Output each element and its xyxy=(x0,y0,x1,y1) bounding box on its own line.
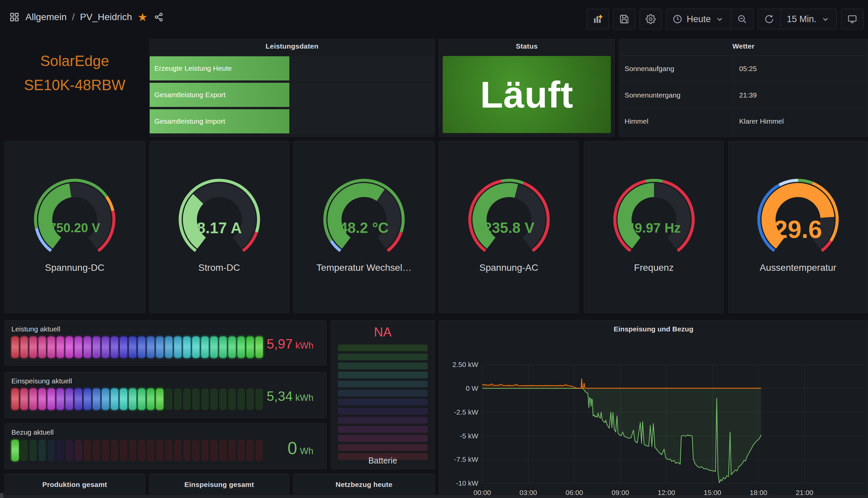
einspeisung-aktuell-panel: Einspeisung aktuell 5,34kWh xyxy=(4,372,326,418)
svg-text:2.50 kW: 2.50 kW xyxy=(452,361,478,368)
led-cell xyxy=(256,337,263,358)
chevron-down-icon xyxy=(715,14,725,24)
panel-title[interactable]: Leistungsdaten xyxy=(150,39,434,53)
svg-text:-7.5 kW: -7.5 kW xyxy=(454,456,478,463)
svg-text:49.97 Hz: 49.97 Hz xyxy=(627,221,680,235)
led-cell xyxy=(210,440,218,461)
settings-gear-button[interactable] xyxy=(640,9,662,29)
led-cell xyxy=(66,337,73,358)
gauge-aussentemperatur: 29.6 xyxy=(748,178,848,258)
battery-bar xyxy=(338,372,428,378)
battery-bar xyxy=(338,399,428,406)
led-cell xyxy=(174,440,181,461)
led-cell xyxy=(29,440,37,461)
led-cell xyxy=(246,337,254,358)
netzbezug-heute-panel: Netzbezug heute xyxy=(293,473,435,498)
led-cell xyxy=(156,440,163,461)
gauge-panel-frequenz: 49.97 Hz Frequenz xyxy=(584,141,724,313)
breadcrumb-separator: / xyxy=(72,12,75,23)
led-cell xyxy=(66,440,73,461)
gauge-spannung-dc: 750.20 V xyxy=(25,178,125,258)
led-cell xyxy=(48,337,55,358)
time-range-label: Heute xyxy=(687,14,710,25)
apps-grid-icon[interactable] xyxy=(9,11,20,23)
led-value: 0Wh xyxy=(288,438,313,458)
breadcrumb-dashboard[interactable]: PV_Heidrich xyxy=(80,12,132,23)
battery-bar xyxy=(338,363,428,369)
gauge-title: Temperatur Wechsel… xyxy=(316,262,411,273)
time-range-picker: Heute xyxy=(666,9,754,29)
value-cell xyxy=(289,83,435,107)
timeseries-chart: 2.50 kW0 W-2.5 kW-5 kW-7.5 kW-10 kW00:00… xyxy=(439,320,868,498)
favorite-star-icon[interactable]: ★ xyxy=(137,11,147,23)
svg-text:48.2 °C: 48.2 °C xyxy=(339,220,389,236)
add-panel-button[interactable] xyxy=(587,9,609,29)
led-cell xyxy=(219,389,227,410)
kiosk-mode-button[interactable] xyxy=(841,9,863,29)
gauge-panel-spannung-ac: 235.8 V Spannung-AC xyxy=(439,141,579,313)
header-bar: Allgemein / PV_Heidrich ★ xyxy=(0,0,868,37)
led-cell xyxy=(120,337,127,358)
refresh-interval-label: 15 Min. xyxy=(787,14,816,25)
led-cell xyxy=(120,389,127,410)
wetter-table: Sonnenaufgang 05:25 Sonnenuntergang 21:3… xyxy=(619,55,868,134)
led-cell xyxy=(156,389,163,410)
led-cell xyxy=(246,389,254,410)
led-cell xyxy=(147,389,154,410)
led-cell xyxy=(84,389,91,410)
row-value: Klarer Himmel xyxy=(733,108,868,134)
led-cell xyxy=(75,440,82,461)
panel-title[interactable]: Produktion gesamt xyxy=(5,474,145,495)
save-dashboard-button[interactable] xyxy=(613,9,635,29)
led-cell xyxy=(256,440,263,461)
horizontal-scrollbar[interactable] xyxy=(0,495,868,498)
panel-title[interactable]: Einspeisung aktuell xyxy=(11,377,72,385)
panel-title[interactable]: Einspeisung gesamt xyxy=(150,474,289,495)
panel-title[interactable]: Bezug aktuell xyxy=(11,428,54,436)
battery-bar xyxy=(338,354,428,360)
led-cell xyxy=(29,389,37,410)
led-cell xyxy=(57,440,64,461)
breadcrumb-section[interactable]: Allgemein xyxy=(25,12,67,23)
gauge-temperatur: 48.2 °C xyxy=(314,178,414,258)
row-label: Sonnenaufgang xyxy=(619,65,733,73)
panel-title[interactable]: Wetter xyxy=(619,39,868,53)
svg-text:8.17 A: 8.17 A xyxy=(197,219,242,237)
led-cell xyxy=(147,440,154,461)
led-value: 5,97kWh xyxy=(267,337,313,352)
led-cell xyxy=(138,440,145,461)
time-range-button[interactable]: Heute xyxy=(666,9,731,29)
battery-label: Batterie xyxy=(331,456,434,466)
svg-text:-10 kW: -10 kW xyxy=(456,479,478,487)
led-bar-gauge xyxy=(11,389,263,410)
battery-bar xyxy=(338,417,428,423)
share-icon[interactable] xyxy=(153,11,164,23)
led-cell xyxy=(29,337,37,358)
refresh-button[interactable] xyxy=(758,9,780,29)
led-cell xyxy=(11,337,19,358)
dashboard: Allgemein / PV_Heidrich ★ xyxy=(0,0,868,498)
table-row: Sonnenaufgang 05:25 xyxy=(619,55,868,82)
wetter-panel: Wetter Sonnenaufgang 05:25 Sonnenunterga… xyxy=(619,39,868,137)
panel-title[interactable]: Leistung aktuell xyxy=(11,325,60,333)
gradient-cell: Gesamtleistung Export xyxy=(150,83,289,107)
leistungsdaten-panel: Leistungsdaten Erzeugte Leistung Heute G… xyxy=(149,39,435,137)
zoom-out-button[interactable] xyxy=(731,9,753,29)
panel-title[interactable]: Status xyxy=(439,39,614,53)
battery-bar xyxy=(338,390,428,396)
led-cell xyxy=(201,389,209,410)
led-cell xyxy=(147,337,154,358)
panel-title[interactable]: Netzbezug heute xyxy=(294,474,434,495)
led-cell xyxy=(21,389,28,410)
led-cell xyxy=(11,440,19,461)
row-value: 21:39 xyxy=(733,82,868,108)
refresh-interval-button[interactable]: 15 Min. xyxy=(780,9,837,29)
led-cell xyxy=(246,440,254,461)
led-cell xyxy=(39,337,46,358)
battery-bar-gauge xyxy=(338,344,428,460)
table-row: Gesamtleistung Export xyxy=(150,82,434,107)
battery-bar xyxy=(338,381,428,388)
led-cell xyxy=(183,337,191,358)
led-cell xyxy=(93,389,100,410)
gauge-panel-spannung-dc: 750.20 V Spannung-DC xyxy=(4,141,145,313)
